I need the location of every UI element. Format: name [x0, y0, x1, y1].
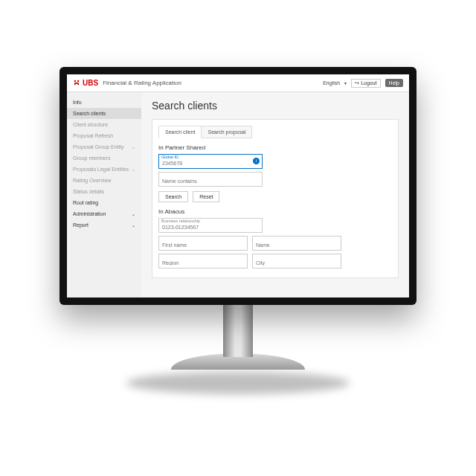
header: UBS Financial & Rating Application Engli…: [67, 74, 409, 92]
brand: UBS Financial & Rating Application: [73, 79, 181, 88]
brand-text: UBS: [83, 79, 98, 87]
sidebar-item-label: Proposals Legal Entities: [73, 167, 129, 172]
sidebar-item-9[interactable]: Root rating: [67, 197, 141, 208]
global-id-input[interactable]: [158, 154, 263, 169]
reset-button[interactable]: Reset: [193, 191, 219, 202]
city-field[interactable]: [252, 254, 341, 268]
sidebar-item-label: Report: [73, 222, 89, 228]
partner-shared-heading: In Partner Shared: [158, 144, 392, 151]
sidebar-item-label: Status details: [73, 189, 104, 194]
sidebar-item-1[interactable]: Search clients: [67, 108, 141, 119]
name-contains-input[interactable]: [158, 172, 263, 187]
sidebar-item-label: Proposal Refresh: [73, 133, 113, 138]
sidebar: InfoSearch clientsClient structurePropos…: [67, 92, 141, 298]
sidebar-item-0[interactable]: Info: [67, 97, 141, 108]
sidebar-item-label: Rating Overview: [73, 178, 111, 183]
first-name-input[interactable]: [158, 236, 248, 251]
name-contains-field[interactable]: [158, 172, 263, 187]
info-icon[interactable]: i: [253, 158, 260, 164]
sidebar-item-label: Administration: [73, 211, 106, 216]
logout-label: Logout: [361, 80, 376, 86]
city-input[interactable]: [252, 254, 341, 268]
tab-1[interactable]: Search proposal: [202, 126, 252, 138]
sidebar-item-6: Proposals Legal Entities⌄: [67, 164, 141, 175]
business-relationship-field[interactable]: Business relationship: [158, 218, 263, 233]
sidebar-item-2: Client structure: [67, 119, 141, 130]
name-input[interactable]: [252, 236, 341, 251]
main-content: Search clients Search clientSearch propo…: [141, 92, 409, 298]
tabs: Search clientSearch proposal: [158, 126, 392, 138]
app-screen: UBS Financial & Rating Application Engli…: [67, 74, 409, 298]
region-input[interactable]: [158, 254, 248, 268]
sidebar-item-label: Proposal Group Entity: [73, 144, 123, 149]
app-title: Financial & Rating Application: [103, 80, 181, 86]
global-id-field[interactable]: Global ID i: [158, 154, 263, 169]
sidebar-item-11[interactable]: Report⌄: [67, 219, 141, 231]
search-actions: Search Reset: [158, 191, 392, 202]
search-button[interactable]: Search: [158, 191, 188, 202]
name-field[interactable]: [252, 236, 341, 251]
page-title: Search clients: [152, 100, 399, 112]
chevron-down-icon: ⌄: [132, 167, 135, 172]
sidebar-item-label: Info: [73, 100, 82, 105]
business-relationship-input[interactable]: [158, 218, 263, 233]
sidebar-item-3: Proposal Refresh: [67, 130, 141, 141]
ubs-keys-icon: [73, 79, 80, 88]
chevron-down-icon: ⌄: [132, 222, 135, 228]
chevron-down-icon: ▾: [344, 80, 347, 86]
tab-0[interactable]: Search client: [158, 126, 202, 138]
ubs-logo: UBS: [73, 79, 98, 88]
sidebar-item-4: Proposal Group Entity⌄: [67, 141, 141, 152]
chevron-down-icon: ⌄: [132, 144, 135, 149]
sidebar-item-label: Group members: [73, 155, 111, 161]
search-card: Search clientSearch proposal In Partner …: [152, 119, 399, 278]
logout-icon: ↪: [355, 80, 359, 86]
help-button[interactable]: Help: [385, 79, 403, 87]
sidebar-item-label: Root rating: [73, 200, 98, 205]
sidebar-item-label: Client structure: [73, 122, 108, 127]
sidebar-item-5: Group members: [67, 152, 141, 164]
sidebar-item-7: Rating Overview: [67, 175, 141, 186]
language-selector[interactable]: English: [323, 80, 340, 86]
header-actions: English ▾ ↪ Logout Help: [323, 79, 403, 88]
chevron-down-icon: ⌄: [132, 211, 135, 216]
sidebar-item-label: Search clients: [73, 111, 106, 116]
sidebar-item-10[interactable]: Administration⌄: [67, 208, 141, 219]
sidebar-item-8: Status details: [67, 186, 141, 197]
abacus-heading: In Abacus: [158, 208, 392, 215]
first-name-field[interactable]: [158, 236, 248, 251]
logout-button[interactable]: ↪ Logout: [351, 79, 380, 88]
region-field[interactable]: [158, 254, 248, 268]
